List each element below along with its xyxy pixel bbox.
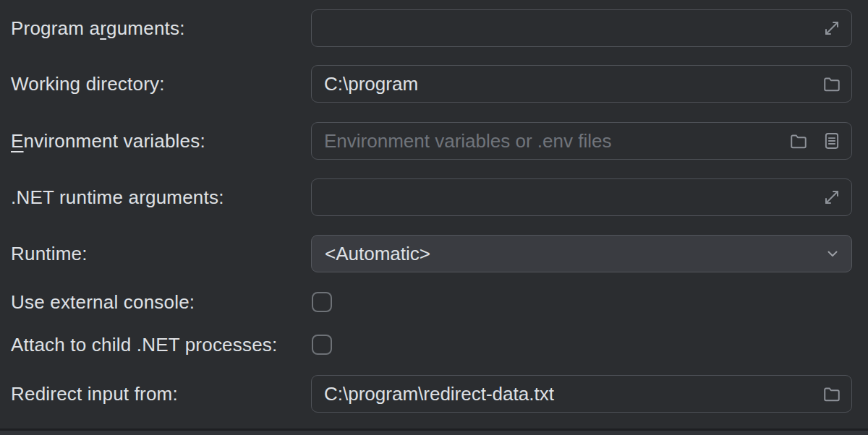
next-panel-edge (0, 431, 868, 435)
dotnet-runtime-arguments-field[interactable] (311, 178, 852, 216)
mnemonic-letter: E (11, 130, 24, 152)
use-external-console-checkbox[interactable] (312, 292, 332, 312)
folder-icon[interactable] (822, 384, 841, 403)
folder-icon[interactable] (789, 132, 808, 150)
row-program-arguments: Program arguments: (0, 9, 868, 47)
use-external-console-label: Use external console: (11, 292, 195, 313)
runtime-dropdown-value: <Automatic> (312, 243, 430, 265)
runtime-label: Runtime: (11, 235, 88, 272)
redirect-input-from-input[interactable] (312, 376, 851, 412)
mnemonic-letter: r (100, 17, 106, 39)
row-attach-to-child-processes: Attach to child .NET processes: (0, 335, 868, 356)
redirect-input-from-label: Redirect input from: (11, 375, 178, 413)
environment-variables-field[interactable] (311, 122, 852, 160)
program-arguments-field[interactable] (311, 9, 852, 47)
row-environment-variables: Environment variables: (0, 122, 868, 160)
run-configuration-form: Program arguments: Working directory: En (0, 0, 868, 435)
dotnet-runtime-arguments-label: .NET runtime arguments: (11, 178, 224, 216)
row-use-external-console: Use external console: (0, 292, 868, 313)
attach-to-child-processes-checkbox[interactable] (312, 335, 332, 355)
folder-icon[interactable] (822, 74, 841, 93)
expand-icon[interactable] (822, 188, 841, 207)
row-redirect-input-from: Redirect input from: (0, 375, 868, 413)
env-file-list-icon[interactable] (822, 132, 841, 150)
working-directory-input[interactable] (312, 66, 851, 102)
row-working-directory: Working directory: (0, 65, 868, 103)
working-directory-field[interactable] (311, 65, 852, 103)
program-arguments-input[interactable] (312, 10, 851, 46)
working-directory-label: Working directory: (11, 65, 165, 103)
environment-variables-label: Environment variables: (11, 122, 205, 160)
row-runtime: Runtime: <Automatic> (0, 235, 868, 272)
attach-to-child-processes-label: Attach to child .NET processes: (11, 335, 277, 356)
environment-variables-input[interactable] (312, 123, 851, 159)
runtime-dropdown[interactable]: <Automatic> (311, 235, 852, 272)
redirect-input-from-field[interactable] (311, 375, 852, 413)
expand-icon[interactable] (822, 19, 841, 38)
program-arguments-label: Program arguments: (11, 9, 185, 47)
chevron-down-icon (823, 244, 842, 263)
dotnet-runtime-arguments-input[interactable] (312, 179, 851, 215)
row-dotnet-runtime-arguments: .NET runtime arguments: (0, 178, 868, 216)
